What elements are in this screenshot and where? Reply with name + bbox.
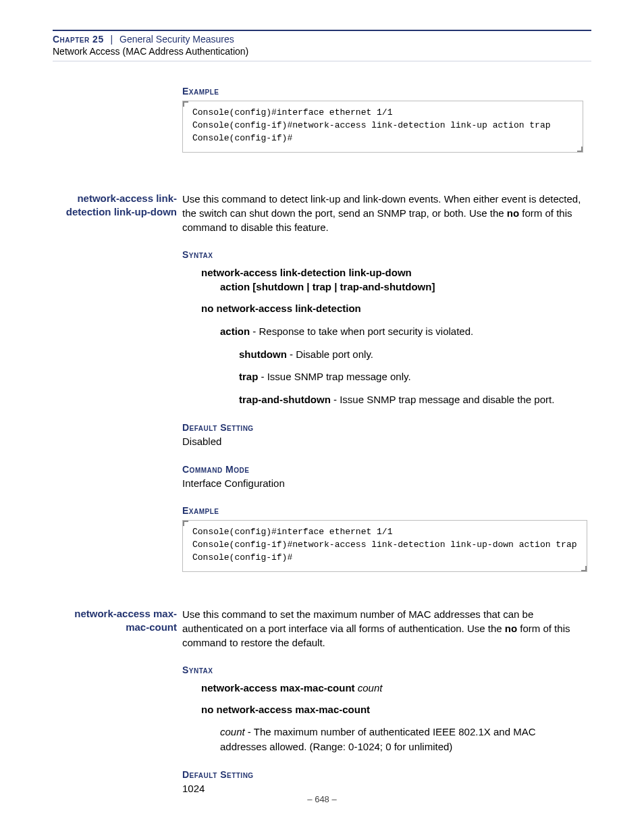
default-setting-heading: Default Setting (182, 422, 587, 433)
section-prev-body: Example Console(config)#interface ethern… (182, 86, 583, 153)
page-number: – 648 – (307, 794, 336, 804)
option-trap-text: - Issue SNMP trap message only. (258, 371, 410, 382)
chapter-label: Chapter 25 (53, 34, 104, 45)
header-separator: | (107, 34, 117, 45)
default-setting-heading-3: Default Setting (182, 769, 583, 780)
intro3-text-pre: Use this command to set the maximum numb… (182, 608, 533, 634)
option-shutdown: shutdown - Disable port only. (239, 347, 587, 362)
default-setting-value: Disabled (182, 434, 587, 449)
option-trap-and-shutdown: trap-and-shutdown - Issue SNMP trap mess… (239, 392, 587, 407)
syntax-no-line: no network-access link-detection (201, 301, 587, 316)
content: Example Console(config)#interface ethern… (53, 86, 591, 796)
intro-paragraph: Use this command to detect link-up and l… (182, 192, 587, 234)
syntax-options-bold: [shutdown | trap | trap-and-shutdown] (250, 281, 435, 292)
option-trap: trap - Issue SNMP trap message only. (239, 369, 587, 384)
syntax3-no-cmd: no network-access max-mac-count (201, 704, 370, 715)
section-max-mac-count-body: Use this command to set the maximum numb… (182, 607, 583, 796)
syntax-no-cmd: no network-access link-detection (201, 303, 361, 314)
header-line-1: Chapter 25 | General Security Measures (53, 34, 591, 45)
section-prev-example: Example Console(config)#interface ethern… (53, 86, 583, 153)
page-footer: – 648 – (0, 794, 644, 804)
command-mode-value: Interface Configuration (182, 476, 587, 491)
intro3-bold-no: no (505, 623, 517, 634)
command-mode-heading: Command Mode (182, 464, 587, 475)
syntax-options: [shutdown | trap | trap-and-shutdown] (250, 281, 435, 292)
syntax3-line-1: network-access max-mac-count count (201, 681, 583, 696)
option-trap-label: trap (239, 371, 258, 382)
option-shutdown-label: shutdown (239, 348, 287, 360)
example-heading: Example (182, 86, 583, 97)
code-block: Console(config)#interface ethernet 1/1 C… (182, 101, 583, 153)
count-description: count - The maximum number of authentica… (220, 725, 583, 754)
option-tas-text: - Issue SNMP trap message and disable th… (331, 394, 555, 405)
syntax3-param-count: count (358, 682, 383, 694)
section-max-mac-count: network-access max-mac-count Use this co… (53, 607, 583, 796)
page: Chapter 25 | General Security Measures N… (0, 0, 644, 796)
header-subtitle: Network Access (MAC Address Authenticati… (53, 46, 591, 57)
syntax-block: network-access link-detection link-up-do… (201, 265, 587, 407)
syntax-heading-3: Syntax (182, 664, 583, 675)
syntax-heading: Syntax (182, 249, 587, 260)
intro-bold-no: no (507, 207, 519, 219)
action-label: action (220, 325, 250, 337)
header-divider (53, 30, 591, 31)
section-link-up-down: network-access link-detection link-up-do… (53, 192, 583, 572)
code-block-2: Console(config)#interface ethernet 1/1 C… (182, 520, 587, 572)
count-text: - The maximum number of authenticated IE… (220, 726, 535, 752)
command-name-link-up-down: network-access link-detection link-up-do… (53, 192, 182, 219)
syntax3-no-line: no network-access max-mac-count (201, 702, 583, 717)
action-description: action - Response to take when port secu… (220, 324, 587, 407)
syntax3-cmd: network-access max-mac-count (201, 682, 358, 694)
syntax-block-3: network-access max-mac-count count no ne… (201, 681, 583, 754)
intro-paragraph-3: Use this command to set the maximum numb… (182, 607, 583, 650)
action-text: - Response to take when port security is… (250, 325, 473, 337)
example-heading-2: Example (182, 505, 587, 516)
option-tas-label: trap-and-shutdown (239, 394, 331, 405)
syntax-action-kw: action (220, 281, 250, 292)
chapter-title: General Security Measures (119, 34, 234, 45)
section-link-up-down-body: Use this command to detect link-up and l… (182, 192, 587, 572)
command-name-max-mac-count: network-access max-mac-count (53, 607, 182, 635)
syntax-line-1: network-access link-detection link-up-do… (201, 265, 587, 280)
header-underline (53, 61, 591, 61)
count-param: count (220, 726, 245, 737)
syntax-line-2: action [shutdown | trap | trap-and-shutd… (220, 280, 587, 294)
syntax-cmd: network-access link-detection link-up-do… (201, 267, 412, 278)
option-shutdown-text: - Disable port only. (287, 348, 373, 360)
